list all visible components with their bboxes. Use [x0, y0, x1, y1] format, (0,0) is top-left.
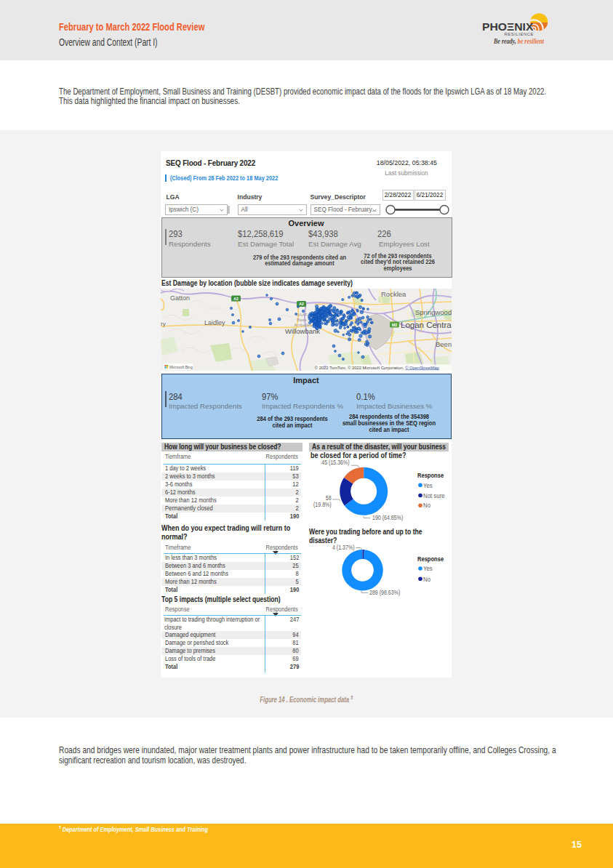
svg-text:Springwood: Springwood [415, 308, 452, 316]
svg-text:Gatton: Gatton [170, 294, 190, 302]
svg-text:RAAF: RAAF [296, 313, 308, 317]
svg-text:© 2022 TomTom, © 2022 Microsof: © 2022 TomTom, © 2022 Microsoft Corporat… [315, 366, 439, 370]
svg-text:ry: ry [161, 321, 166, 327]
svg-text:M2: M2 [392, 323, 397, 327]
svg-text:Base: Base [297, 318, 307, 322]
svg-text:Laidley: Laidley [204, 319, 225, 326]
svg-text:A2: A2 [233, 297, 239, 301]
svg-text:Microsoft Bing: Microsoft Bing [169, 365, 193, 369]
svg-text:Willowbank: Willowbank [285, 327, 320, 335]
svg-text:Rocklea: Rocklea [381, 290, 406, 298]
svg-text:A2: A2 [299, 302, 304, 306]
svg-text:Beenl: Beenl [436, 340, 452, 348]
svg-text:RESILIENCE: RESILIENCE [505, 32, 534, 36]
svg-text:Logan Central: Logan Central [401, 321, 452, 329]
svg-text:Be ready, be resilient: Be ready, be resilient [493, 37, 545, 45]
